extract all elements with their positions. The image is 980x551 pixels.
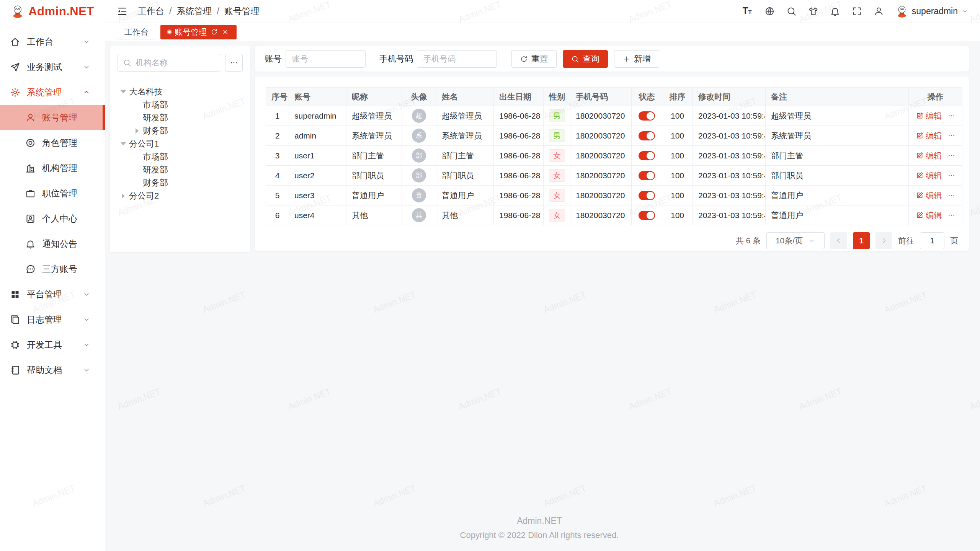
more-actions-button[interactable] — [947, 112, 956, 120]
sidebar-item-org[interactable]: 机构管理 — [0, 155, 105, 181]
more-actions-button[interactable] — [947, 171, 956, 179]
notification-icon[interactable] — [830, 6, 840, 16]
tree-node[interactable]: 分公司1 — [118, 137, 243, 150]
tools-icon — [10, 340, 20, 350]
footer: Admin.NET Copyright © 2022 Dilon All rig… — [110, 516, 969, 551]
tree-node[interactable]: 市场部 — [118, 150, 243, 163]
sidebar-item-home[interactable]: 工作台 — [0, 29, 105, 54]
next-page-button[interactable] — [875, 232, 892, 249]
status-toggle[interactable] — [639, 131, 655, 140]
more-actions-button[interactable] — [947, 132, 956, 140]
font-size-icon[interactable]: TT — [743, 6, 753, 16]
theme-icon[interactable] — [808, 6, 818, 16]
tab-0[interactable]: 工作台 — [117, 25, 156, 39]
cell-phone: 18020030720 — [570, 205, 632, 225]
tree-node[interactable]: 研发部 — [118, 163, 243, 176]
cell-name: 系统管理员 — [436, 126, 494, 146]
cell-modified-time: 2023-01-03 10:59:44 — [693, 106, 766, 126]
edit-button[interactable]: 编辑 — [926, 130, 942, 141]
sidebar-item-bell[interactable]: 通知公告 — [0, 231, 105, 256]
sidebar-item-label: 三方账号 — [42, 263, 97, 275]
status-toggle[interactable] — [639, 211, 655, 220]
tree-node[interactable]: 大名科技 — [118, 85, 243, 98]
sidebar-item-tools[interactable]: 开发工具 — [0, 332, 105, 357]
status-toggle[interactable] — [639, 151, 655, 160]
sidebar-item-position[interactable]: 职位管理 — [0, 181, 105, 206]
sidebar-item-docs[interactable]: 帮助文档 — [0, 357, 105, 383]
cell-phone: 18020030720 — [570, 146, 632, 166]
breadcrumb-item[interactable]: 系统管理 — [176, 5, 212, 17]
status-toggle[interactable] — [639, 111, 655, 121]
prev-page-button[interactable] — [830, 232, 847, 249]
edit-icon[interactable] — [916, 191, 924, 199]
navbar-actions: TTsuperadmin — [743, 5, 969, 18]
tree-node[interactable]: 财务部 — [118, 124, 243, 137]
user-menu[interactable]: superadmin — [895, 5, 969, 18]
logo[interactable]: Admin.NET — [0, 0, 105, 23]
more-actions-button[interactable] — [947, 191, 956, 199]
cell-phone: 18020030720 — [570, 126, 632, 146]
language-icon[interactable] — [764, 6, 775, 16]
edit-button[interactable]: 编辑 — [926, 170, 942, 181]
edit-icon[interactable] — [916, 112, 924, 120]
avatar: 超 — [412, 109, 426, 123]
org-search-input[interactable] — [135, 58, 215, 68]
goto-page-input[interactable]: 1 — [920, 232, 944, 249]
page-size-select[interactable]: 10条/页 — [766, 232, 825, 249]
fullscreen-icon[interactable] — [852, 6, 862, 16]
edit-icon[interactable] — [916, 171, 924, 179]
reset-button[interactable]: 重置 — [511, 50, 557, 68]
more-actions-button[interactable] — [947, 152, 956, 160]
cell-remark: 超级管理员 — [766, 106, 909, 126]
bell-icon — [25, 239, 36, 249]
breadcrumb-item[interactable]: 工作台 — [138, 5, 164, 17]
edit-icon[interactable] — [916, 152, 924, 160]
status-toggle[interactable] — [639, 171, 655, 180]
sidebar-item-gear[interactable]: 系统管理 — [0, 80, 105, 105]
query-button[interactable]: 查询 — [563, 50, 608, 68]
menu-fold-icon[interactable] — [117, 6, 128, 17]
cell-remark: 普通用户 — [766, 205, 909, 225]
current-page[interactable]: 1 — [853, 232, 870, 249]
tree-more-button[interactable] — [225, 54, 243, 72]
edit-icon[interactable] — [916, 211, 924, 219]
caret-down-icon[interactable] — [118, 90, 129, 93]
sidebar-item-roles[interactable]: 角色管理 — [0, 130, 105, 155]
tree-node[interactable]: 财务部 — [118, 176, 243, 189]
more-actions-button[interactable] — [947, 211, 956, 219]
caret-right-icon[interactable] — [131, 128, 143, 134]
sidebar-item-chat[interactable]: 三方账号 — [0, 256, 105, 282]
app-root: Admin.NET 工作台业务测试系统管理账号管理角色管理机构管理职位管理个人中… — [0, 0, 980, 551]
sidebar-item-send[interactable]: 业务测试 — [0, 54, 105, 80]
cell-phone: 18020030720 — [570, 106, 632, 126]
person-icon[interactable] — [874, 6, 884, 16]
edit-button[interactable]: 编辑 — [926, 210, 942, 221]
tree-node[interactable]: 市场部 — [118, 98, 243, 111]
tab-close-icon[interactable] — [222, 28, 229, 36]
edit-button[interactable]: 编辑 — [926, 111, 942, 121]
tab-refresh-icon[interactable] — [211, 28, 218, 36]
edit-icon[interactable] — [916, 132, 924, 140]
caret-down-icon[interactable] — [118, 142, 129, 145]
edit-button[interactable]: 编辑 — [926, 190, 942, 201]
sidebar-item-profile[interactable]: 个人中心 — [0, 206, 105, 231]
sidebar-item-user[interactable]: 账号管理 — [0, 105, 105, 130]
sidebar-item-label: 职位管理 — [42, 187, 97, 199]
edit-button[interactable]: 编辑 — [926, 150, 942, 161]
add-button[interactable]: 新增 — [614, 50, 659, 68]
sidebar-item-grid[interactable]: 平台管理 — [0, 282, 105, 307]
cell-name: 普通用户 — [436, 186, 494, 205]
table-row: 4user2部门职员部部门职员1986-06-28女18020030720100… — [266, 166, 962, 186]
phone-input[interactable] — [423, 54, 491, 64]
chevron-down-icon — [808, 237, 815, 244]
tree-node[interactable]: 分公司2 — [118, 189, 243, 202]
tab-1[interactable]: 账号管理 — [160, 25, 237, 39]
sidebar-item-logs[interactable]: 日志管理 — [0, 307, 105, 332]
sidebar-item-label: 帮助文档 — [27, 364, 82, 376]
tree-node[interactable]: 研发部 — [118, 111, 243, 124]
status-toggle[interactable] — [639, 191, 655, 200]
caret-right-icon[interactable] — [118, 193, 129, 199]
cell-birth-date: 1986-06-28 — [494, 146, 544, 166]
search-icon[interactable] — [786, 6, 797, 16]
account-input[interactable] — [291, 54, 360, 64]
